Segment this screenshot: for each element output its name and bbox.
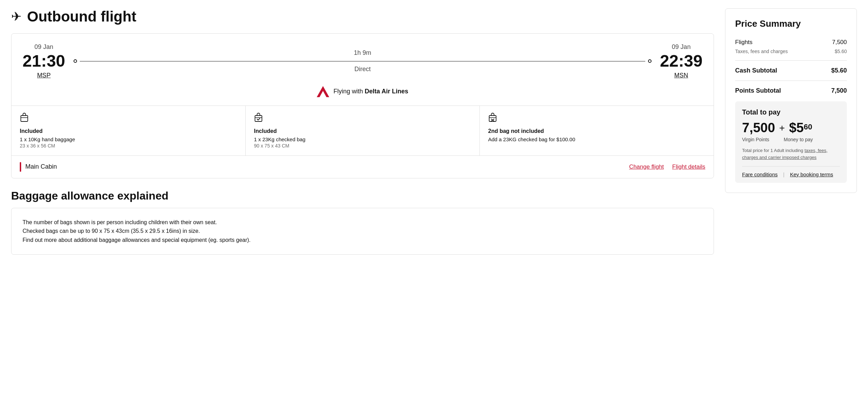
points-subtotal-label: Points Subtotal — [735, 87, 781, 94]
flight-info-section: 09 Jan 21:30 MSP 1h 9m Direct — [11, 34, 714, 105]
footer-divider: | — [783, 172, 785, 177]
total-plus-symbol: + — [779, 123, 785, 134]
cabin-actions: Change flight Flight details — [629, 163, 705, 170]
airline-name: Delta Air Lines — [365, 88, 408, 95]
cash-subtotal-label: Cash Subtotal — [735, 67, 777, 74]
departure-dot — [74, 59, 77, 63]
total-cash-main: $5 — [789, 120, 803, 135]
taxes-row: Taxes, fees and charges $5.60 — [735, 49, 847, 54]
total-amounts: 7,500 + $560 — [742, 120, 840, 135]
key-booking-terms-link[interactable]: Key booking terms — [790, 171, 833, 177]
checked-bag-svg — [254, 113, 263, 123]
arrival-airport[interactable]: MSN — [674, 72, 688, 79]
second-bag-icon — [488, 113, 705, 125]
cabin-label: Main Cabin — [25, 163, 57, 170]
baggage-allowance-card: The number of bags shown is per person i… — [11, 208, 714, 255]
footnote-link[interactable]: taxes, fees, charges and carrier imposed… — [742, 148, 827, 160]
taxes-label: Taxes, fees and charges — [735, 49, 788, 54]
baggage-allowance-section: Baggage allowance explained The number o… — [11, 189, 714, 255]
delta-logo — [317, 86, 329, 97]
airline-info: Flying with Delta Air Lines — [23, 86, 703, 97]
carry-on-icon — [20, 113, 237, 125]
total-cash-label: Money to pay — [784, 137, 813, 142]
bag-icon-svg — [20, 113, 29, 123]
taxes-value: $5.60 — [835, 49, 847, 54]
flight-times: 09 Jan 21:30 MSP 1h 9m Direct — [23, 43, 703, 79]
baggage-allowance-line-3: Find out more about additional baggage a… — [23, 236, 703, 245]
flight-line — [80, 61, 645, 61]
flight-middle: 1h 9m Direct — [65, 49, 660, 73]
price-summary-title: Price Summary — [735, 18, 847, 29]
cash-subtotal-row: Cash Subtotal $5.60 — [735, 67, 847, 74]
arrival-dot — [648, 59, 652, 63]
page-layout: ✈ Outbound flight 09 Jan 21:30 MSP 1h 9m — [11, 8, 857, 255]
svg-rect-2 — [21, 116, 28, 121]
total-cash-sup: 60 — [804, 123, 812, 132]
baggage-allowance-title: Baggage allowance explained — [11, 189, 714, 202]
airline-text: Flying with Delta Air Lines — [333, 88, 408, 95]
total-footnote: Total price for 1 Adult including taxes,… — [742, 147, 840, 161]
second-bag-svg — [488, 113, 497, 123]
price-summary-card: Price Summary Flights 7,500 Taxes, fees … — [725, 8, 857, 193]
baggage-allowance-line-1: The number of bags shown is per person i… — [23, 218, 703, 227]
flights-label: Flights — [735, 39, 752, 46]
flights-row: Flights 7,500 — [735, 39, 847, 46]
baggage-item-carry-on-title: Included — [20, 128, 237, 134]
baggage-item-carry-on-desc: 1 x 10Kg hand baggage — [20, 136, 237, 142]
flight-stop-type: Direct — [74, 66, 652, 73]
total-cash-wrapper: $560 — [789, 120, 812, 135]
baggage-item-2nd-desc: Add a 23KG checked bag for $100.00 — [488, 136, 705, 142]
flight-duration: 1h 9m — [74, 49, 652, 57]
baggage-item-carry-on-size: 23 x 36 x 56 CM — [20, 143, 237, 149]
price-divider-2 — [735, 81, 847, 81]
cabin-accent-bar — [20, 162, 21, 172]
baggage-item-carry-on: Included 1 x 10Kg hand baggage 23 x 36 x… — [11, 106, 246, 155]
price-footer-links: Fare conditions | Key booking terms — [742, 166, 840, 177]
svg-rect-4 — [255, 116, 262, 121]
fare-conditions-link[interactable]: Fare conditions — [742, 171, 778, 177]
cash-subtotal-value: $5.60 — [831, 67, 847, 74]
total-points-value: 7,500 — [742, 120, 775, 135]
arrival-time: 22:39 — [660, 52, 703, 70]
arrival-endpoint: 09 Jan 22:39 MSN — [660, 43, 703, 79]
baggage-item-checked-title: Included — [254, 128, 471, 134]
cabin-label-wrapper: Main Cabin — [20, 162, 57, 172]
total-labels: Virgin Points Money to pay — [742, 137, 840, 142]
svg-rect-6 — [489, 116, 496, 121]
flight-line-container — [74, 59, 652, 63]
total-to-pay-box: Total to pay 7,500 + $560 Virgin Points … — [735, 101, 847, 183]
baggage-item-checked-desc: 1 x 23Kg checked bag — [254, 136, 471, 142]
page-title: Outbound flight — [27, 8, 136, 25]
main-content: ✈ Outbound flight 09 Jan 21:30 MSP 1h 9m — [11, 8, 714, 255]
total-points-label: Virgin Points — [742, 137, 770, 142]
departure-airport[interactable]: MSP — [37, 72, 51, 79]
baggage-item-2nd-bag: 2nd bag not included Add a 23KG checked … — [480, 106, 714, 155]
baggage-section: Included 1 x 10Kg hand baggage 23 x 36 x… — [11, 105, 714, 155]
baggage-item-checked: Included 1 x 23Kg checked bag 90 x 75 x … — [246, 106, 480, 155]
page-header: ✈ Outbound flight — [11, 8, 714, 25]
arrival-date: 09 Jan — [660, 43, 703, 51]
checked-bag-icon — [254, 113, 471, 125]
departure-time: 21:30 — [23, 52, 65, 70]
baggage-item-checked-size: 90 x 75 x 43 CM — [254, 143, 471, 149]
total-to-pay-label: Total to pay — [742, 108, 840, 116]
points-subtotal-value: 7,500 — [831, 87, 847, 94]
baggage-item-2nd-title: 2nd bag not included — [488, 128, 705, 134]
points-subtotal-row: Points Subtotal 7,500 — [735, 87, 847, 94]
flights-value: 7,500 — [832, 39, 847, 46]
airline-prefix: Flying with — [333, 88, 365, 95]
baggage-allowance-text: The number of bags shown is per person i… — [23, 218, 703, 245]
flight-takeoff-icon: ✈ — [11, 9, 22, 24]
change-flight-button[interactable]: Change flight — [629, 163, 664, 170]
flight-card: 09 Jan 21:30 MSP 1h 9m Direct — [11, 33, 714, 178]
baggage-allowance-line-2: Checked bags can be up to 90 x 75 x 43cm… — [23, 227, 703, 236]
price-divider-1 — [735, 60, 847, 61]
flight-details-button[interactable]: Flight details — [672, 163, 705, 170]
price-summary-sidebar: Price Summary Flights 7,500 Taxes, fees … — [725, 8, 857, 193]
departure-date: 09 Jan — [23, 43, 65, 51]
cabin-section: Main Cabin Change flight Flight details — [11, 155, 714, 178]
delta-logo-svg — [317, 86, 329, 97]
departure-endpoint: 09 Jan 21:30 MSP — [23, 43, 65, 79]
